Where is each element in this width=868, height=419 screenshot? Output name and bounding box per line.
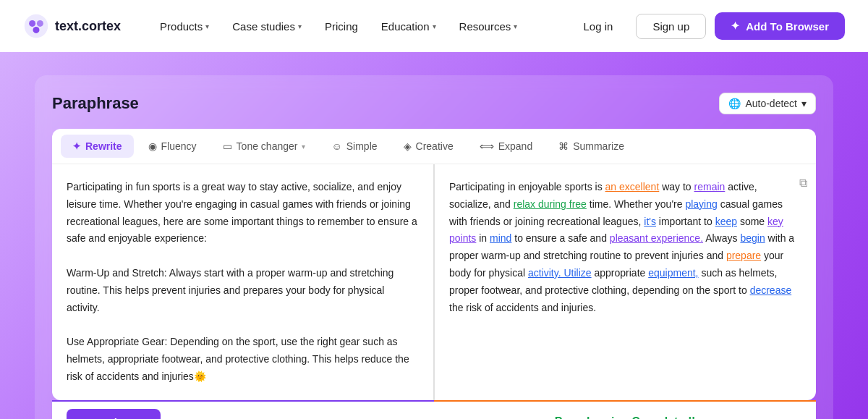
chevron-down-icon: ▾ — [514, 22, 517, 30]
svg-point-3 — [33, 27, 40, 33]
word-count: 99/100 words — [363, 417, 420, 419]
nav-case-studies[interactable]: Case studies ▾ — [222, 14, 312, 38]
page-title: Paraphrase — [52, 94, 139, 113]
auto-detect-button[interactable]: 🌐 Auto-detect ▾ — [719, 93, 816, 114]
highlight-excellent: an excellent — [605, 181, 660, 192]
nav-resources[interactable]: Resources ▾ — [449, 14, 528, 38]
chevron-down-icon: ▾ — [433, 22, 436, 30]
main-content: Paraphrase 🌐 Auto-detect ▾ ✦ Rewrite ◉ F… — [0, 52, 868, 419]
tab-creative[interactable]: ◈ Creative — [392, 135, 465, 158]
tab-rewrite[interactable]: ✦ Rewrite — [61, 135, 134, 158]
footer-bar: Paraphrase 99/100 words Paraphrasing Com… — [52, 400, 816, 419]
highlight-activity: activity. Utilize — [528, 267, 592, 279]
highlight-prepare: prepare — [726, 250, 761, 261]
globe-icon: 🌐 — [728, 98, 741, 109]
signup-button[interactable]: Sign up — [636, 14, 706, 39]
navbar: text.cortex Products ▾ Case studies ▾ Pr… — [0, 0, 868, 52]
nav-pricing[interactable]: Pricing — [315, 14, 368, 38]
editor-card: ✦ Rewrite ◉ Fluency ▭ Tone changer ▾ ☺ S… — [52, 129, 816, 419]
highlight-begin: begin — [740, 232, 765, 244]
tabs-bar: ✦ Rewrite ◉ Fluency ▭ Tone changer ▾ ☺ S… — [52, 129, 816, 164]
svg-point-2 — [37, 20, 43, 27]
logo-text: text.cortex — [55, 19, 121, 34]
chevron-down-icon: ▾ — [801, 98, 807, 109]
footer-left: Paraphrase 99/100 words — [52, 400, 434, 419]
input-text-p2: Warm-Up and Stretch: Always start with a… — [67, 265, 419, 316]
completed-status: Paraphrasing Completed! — [555, 415, 696, 419]
footer-right: Paraphrasing Completed! — [434, 400, 816, 419]
tab-tone-changer[interactable]: ▭ Tone changer ▾ — [211, 135, 318, 158]
paraphrase-container: Paraphrase 🌐 Auto-detect ▾ ✦ Rewrite ◉ F… — [35, 75, 833, 419]
paraphrase-header: Paraphrase 🌐 Auto-detect ▾ — [52, 93, 816, 114]
login-button[interactable]: Log in — [569, 14, 628, 38]
tab-simple[interactable]: ☺ Simple — [320, 135, 388, 158]
simple-icon: ☺ — [331, 140, 341, 152]
highlight-its: it's — [644, 216, 656, 227]
nav-links: Products ▾ Case studies ▾ Pricing Educat… — [150, 14, 563, 38]
tab-fluency[interactable]: ◉ Fluency — [137, 135, 208, 158]
paraphrase-button[interactable]: Paraphrase — [67, 409, 161, 419]
highlight-relax: relax during free — [514, 198, 587, 210]
creative-icon: ◈ — [404, 140, 412, 152]
chevron-down-icon: ▾ — [298, 22, 302, 30]
sparkle-icon: ✦ — [731, 20, 740, 33]
svg-point-1 — [29, 20, 35, 27]
highlight-equipment: equipment, — [648, 267, 698, 279]
input-panel[interactable]: Participating in fun sports is a great w… — [52, 164, 435, 400]
highlight-decrease: decrease — [750, 284, 792, 296]
chevron-down-icon: ▾ — [302, 143, 305, 151]
highlight-mind: mind — [490, 232, 511, 244]
sun-emoji: 🌞 — [194, 371, 206, 382]
chevron-down-icon: ▾ — [205, 22, 209, 30]
expand-icon: ⟺ — [480, 140, 494, 152]
rewrite-icon: ✦ — [72, 140, 81, 152]
editor-area: Participating in fun sports is a great w… — [52, 164, 816, 400]
nav-education[interactable]: Education ▾ — [371, 14, 446, 38]
input-text-p1: Participating in fun sports is a great w… — [67, 179, 419, 247]
output-panel: ⧉ Participating in enjoyable sports is a… — [435, 164, 816, 400]
output-text: Participating in enjoyable sports is an … — [449, 179, 801, 316]
add-to-browser-button[interactable]: ✦ Add To Browser — [715, 12, 845, 40]
nav-products[interactable]: Products ▾ — [150, 14, 219, 38]
highlight-playing: playing — [685, 198, 717, 210]
summarize-icon: ⌘ — [558, 140, 569, 152]
svg-point-0 — [25, 14, 48, 38]
tab-summarize[interactable]: ⌘ Summarize — [547, 135, 636, 158]
tone-icon: ▭ — [223, 140, 232, 152]
copy-icon[interactable]: ⧉ — [799, 173, 807, 192]
logo[interactable]: text.cortex — [23, 13, 121, 39]
highlight-pleasant: pleasant experience. — [610, 232, 703, 244]
fluency-icon: ◉ — [148, 140, 157, 152]
input-text-p3: Use Appropriate Gear: Depending on the s… — [67, 334, 419, 385]
highlight-remain: remain — [694, 181, 726, 192]
tab-expand[interactable]: ⟺ Expand — [468, 135, 544, 158]
nav-actions: Log in Sign up ✦ Add To Browser — [569, 12, 845, 40]
highlight-keep: keep — [715, 216, 737, 227]
